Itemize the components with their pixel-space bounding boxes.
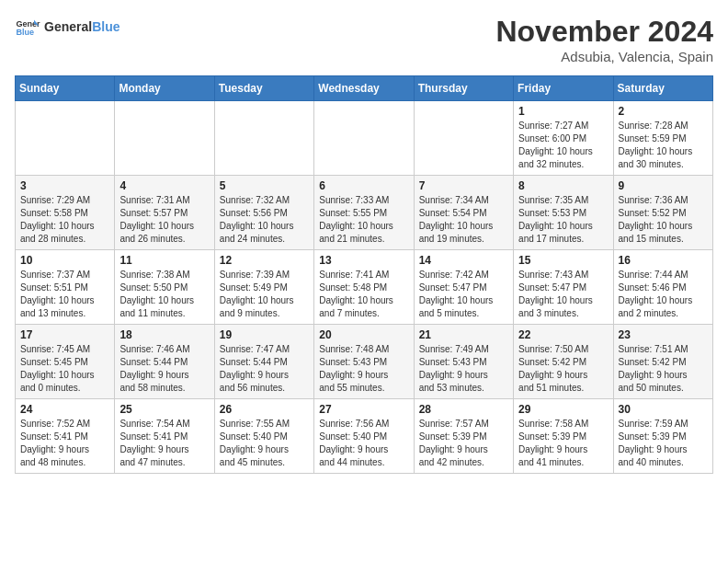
calendar-cell: 9Sunrise: 7:36 AM Sunset: 5:52 PM Daylig… — [613, 176, 712, 250]
day-number: 2 — [619, 105, 708, 118]
logo: General Blue GeneralBlue — [15, 15, 119, 40]
day-info: Sunrise: 7:46 AM Sunset: 5:44 PM Dayligh… — [119, 343, 209, 395]
day-number: 25 — [119, 403, 209, 416]
day-number: 9 — [619, 179, 708, 192]
location-subtitle: Adsubia, Valencia, Spain — [495, 49, 713, 64]
calendar-cell: 8Sunrise: 7:35 AM Sunset: 5:53 PM Daylig… — [514, 176, 613, 250]
day-info: Sunrise: 7:52 AM Sunset: 5:41 PM Dayligh… — [20, 418, 109, 469]
day-info: Sunrise: 7:48 AM Sunset: 5:43 PM Dayligh… — [319, 343, 408, 395]
calendar-cell: 30Sunrise: 7:59 AM Sunset: 5:39 PM Dayli… — [613, 399, 712, 474]
day-number: 12 — [220, 254, 309, 267]
day-number: 4 — [119, 179, 209, 192]
calendar-cell: 3Sunrise: 7:29 AM Sunset: 5:58 PM Daylig… — [16, 176, 115, 250]
calendar-cell: 19Sunrise: 7:47 AM Sunset: 5:44 PM Dayli… — [214, 325, 313, 399]
weekday-header-monday: Monday — [115, 76, 214, 101]
day-number: 24 — [20, 403, 109, 416]
day-number: 23 — [619, 328, 708, 341]
calendar-cell: 1Sunrise: 7:27 AM Sunset: 6:00 PM Daylig… — [514, 101, 613, 176]
calendar-cell: 14Sunrise: 7:42 AM Sunset: 5:47 PM Dayli… — [414, 250, 513, 325]
day-info: Sunrise: 7:47 AM Sunset: 5:44 PM Dayligh… — [220, 343, 309, 395]
day-info: Sunrise: 7:51 AM Sunset: 5:42 PM Dayligh… — [619, 343, 708, 395]
day-info: Sunrise: 7:29 AM Sunset: 5:58 PM Dayligh… — [20, 194, 109, 246]
calendar-cell: 11Sunrise: 7:38 AM Sunset: 5:50 PM Dayli… — [115, 250, 214, 325]
month-year-title: November 2024 — [495, 15, 713, 49]
day-info: Sunrise: 7:34 AM Sunset: 5:54 PM Dayligh… — [419, 194, 508, 246]
day-info: Sunrise: 7:50 AM Sunset: 5:42 PM Dayligh… — [518, 343, 608, 395]
day-info: Sunrise: 7:36 AM Sunset: 5:52 PM Dayligh… — [619, 194, 708, 246]
day-number: 14 — [419, 254, 508, 267]
day-number: 20 — [319, 328, 408, 341]
weekday-header-saturday: Saturday — [613, 76, 712, 101]
day-number: 5 — [220, 179, 309, 192]
calendar-cell: 15Sunrise: 7:43 AM Sunset: 5:47 PM Dayli… — [514, 250, 613, 325]
day-number: 22 — [518, 328, 608, 341]
day-info: Sunrise: 7:43 AM Sunset: 5:47 PM Dayligh… — [518, 269, 608, 320]
weekday-header-tuesday: Tuesday — [214, 76, 313, 101]
calendar-cell: 22Sunrise: 7:50 AM Sunset: 5:42 PM Dayli… — [514, 325, 613, 399]
day-info: Sunrise: 7:41 AM Sunset: 5:48 PM Dayligh… — [319, 269, 408, 320]
calendar-cell: 18Sunrise: 7:46 AM Sunset: 5:44 PM Dayli… — [115, 325, 214, 399]
calendar-cell: 10Sunrise: 7:37 AM Sunset: 5:51 PM Dayli… — [16, 250, 115, 325]
logo-icon: General Blue — [15, 15, 40, 40]
day-number: 10 — [20, 254, 109, 267]
day-number: 15 — [518, 254, 608, 267]
day-info: Sunrise: 7:59 AM Sunset: 5:39 PM Dayligh… — [619, 418, 708, 469]
calendar-cell: 20Sunrise: 7:48 AM Sunset: 5:43 PM Dayli… — [314, 325, 414, 399]
calendar-cell — [414, 101, 513, 176]
weekday-header-friday: Friday — [514, 76, 613, 101]
calendar-cell: 16Sunrise: 7:44 AM Sunset: 5:46 PM Dayli… — [613, 250, 712, 325]
day-info: Sunrise: 7:28 AM Sunset: 5:59 PM Dayligh… — [619, 120, 708, 171]
day-info: Sunrise: 7:38 AM Sunset: 5:50 PM Dayligh… — [119, 269, 209, 320]
day-info: Sunrise: 7:39 AM Sunset: 5:49 PM Dayligh… — [220, 269, 309, 320]
week-row-0: 1Sunrise: 7:27 AM Sunset: 6:00 PM Daylig… — [16, 101, 713, 176]
week-row-4: 24Sunrise: 7:52 AM Sunset: 5:41 PM Dayli… — [16, 399, 713, 474]
day-info: Sunrise: 7:49 AM Sunset: 5:43 PM Dayligh… — [419, 343, 508, 395]
day-info: Sunrise: 7:33 AM Sunset: 5:55 PM Dayligh… — [319, 194, 408, 246]
calendar-cell: 7Sunrise: 7:34 AM Sunset: 5:54 PM Daylig… — [414, 176, 513, 250]
calendar-cell: 5Sunrise: 7:32 AM Sunset: 5:56 PM Daylig… — [214, 176, 313, 250]
week-row-1: 3Sunrise: 7:29 AM Sunset: 5:58 PM Daylig… — [16, 176, 713, 250]
title-block: November 2024 Adsubia, Valencia, Spain — [495, 15, 713, 64]
day-info: Sunrise: 7:55 AM Sunset: 5:40 PM Dayligh… — [220, 418, 309, 469]
weekday-header-thursday: Thursday — [414, 76, 513, 101]
day-number: 26 — [220, 403, 309, 416]
day-number: 1 — [518, 105, 608, 118]
weekday-header-wednesday: Wednesday — [314, 76, 414, 101]
calendar-cell — [314, 101, 414, 176]
day-number: 16 — [619, 254, 708, 267]
day-number: 13 — [319, 254, 408, 267]
day-info: Sunrise: 7:32 AM Sunset: 5:56 PM Dayligh… — [220, 194, 309, 246]
calendar-cell — [16, 101, 115, 176]
calendar-cell: 23Sunrise: 7:51 AM Sunset: 5:42 PM Dayli… — [613, 325, 712, 399]
day-number: 29 — [518, 403, 608, 416]
day-number: 18 — [119, 328, 209, 341]
day-number: 19 — [220, 328, 309, 341]
calendar-cell — [115, 101, 214, 176]
day-number: 3 — [20, 179, 109, 192]
day-number: 6 — [319, 179, 408, 192]
calendar-cell: 6Sunrise: 7:33 AM Sunset: 5:55 PM Daylig… — [314, 176, 414, 250]
calendar-cell: 27Sunrise: 7:56 AM Sunset: 5:40 PM Dayli… — [314, 399, 414, 474]
weekday-header-row: SundayMondayTuesdayWednesdayThursdayFrid… — [16, 76, 713, 101]
day-info: Sunrise: 7:42 AM Sunset: 5:47 PM Dayligh… — [419, 269, 508, 320]
day-number: 27 — [319, 403, 408, 416]
calendar-cell: 26Sunrise: 7:55 AM Sunset: 5:40 PM Dayli… — [214, 399, 313, 474]
calendar-cell: 24Sunrise: 7:52 AM Sunset: 5:41 PM Dayli… — [16, 399, 115, 474]
day-info: Sunrise: 7:37 AM Sunset: 5:51 PM Dayligh… — [20, 269, 109, 320]
day-info: Sunrise: 7:31 AM Sunset: 5:57 PM Dayligh… — [119, 194, 209, 246]
day-number: 11 — [119, 254, 209, 267]
day-number: 8 — [518, 179, 608, 192]
day-info: Sunrise: 7:35 AM Sunset: 5:53 PM Dayligh… — [518, 194, 608, 246]
logo-general: General — [44, 19, 92, 34]
calendar-cell: 13Sunrise: 7:41 AM Sunset: 5:48 PM Dayli… — [314, 250, 414, 325]
week-row-3: 17Sunrise: 7:45 AM Sunset: 5:45 PM Dayli… — [16, 325, 713, 399]
calendar-cell: 21Sunrise: 7:49 AM Sunset: 5:43 PM Dayli… — [414, 325, 513, 399]
day-info: Sunrise: 7:44 AM Sunset: 5:46 PM Dayligh… — [619, 269, 708, 320]
calendar-table: SundayMondayTuesdayWednesdayThursdayFrid… — [15, 75, 713, 474]
day-number: 7 — [419, 179, 508, 192]
calendar-cell: 29Sunrise: 7:58 AM Sunset: 5:39 PM Dayli… — [514, 399, 613, 474]
week-row-2: 10Sunrise: 7:37 AM Sunset: 5:51 PM Dayli… — [16, 250, 713, 325]
calendar-cell: 25Sunrise: 7:54 AM Sunset: 5:41 PM Dayli… — [115, 399, 214, 474]
day-number: 28 — [419, 403, 508, 416]
day-number: 30 — [619, 403, 708, 416]
